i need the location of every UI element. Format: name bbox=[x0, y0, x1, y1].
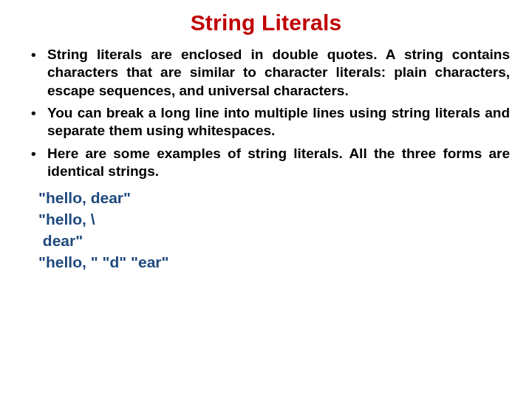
page-title: String Literals bbox=[22, 10, 510, 35]
code-examples: "hello, dear" "hello, \ dear" "hello, " … bbox=[38, 188, 510, 273]
list-item: String literals are enclosed in double q… bbox=[43, 46, 510, 100]
slide: String Literals String literals are encl… bbox=[0, 0, 532, 399]
bullet-list: String literals are enclosed in double q… bbox=[22, 46, 510, 180]
list-item: You can break a long line into multiple … bbox=[43, 104, 510, 140]
list-item: Here are some examples of string literal… bbox=[43, 145, 510, 181]
